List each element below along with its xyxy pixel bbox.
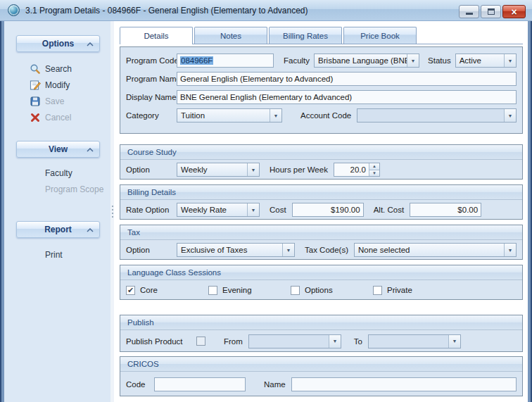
collapse-chevron-icon [87,42,94,46]
cricos-name-label: Name [264,380,286,389]
sidebar-item-modify[interactable]: Modify [30,77,110,93]
cost-input[interactable]: $190.00 [292,203,364,217]
minimize-icon [466,13,473,15]
options-checkbox-item[interactable]: Options [291,286,373,295]
tab-billing-rates[interactable]: Billing Rates [269,27,342,44]
chevron-down-icon[interactable]: ▼ [407,54,419,67]
main-panel: Details Notes Billing Rates Price Book P… [114,21,528,402]
status-select[interactable]: Active ▼ [455,54,517,68]
window-title: 3.1 Program Details - 084966F - General … [25,6,308,15]
billing-details-section: Billing Details Rate Option Weekly Rate … [120,184,523,220]
display-name-input[interactable]: BNE General English (Elementary to Advan… [177,90,517,104]
program-name-label: Program Name [126,75,177,83]
chevron-down-icon[interactable]: ▼ [448,335,460,348]
cricos-code-label: Code [126,380,154,389]
program-main-section: Program Code 084966F Faculty Brisbane La… [120,46,523,134]
publish-product-checkbox[interactable] [196,337,205,346]
sidebar-group-view-title: View [49,144,68,154]
sidebar-group-options[interactable]: Options [16,35,100,52]
publish-from-select[interactable]: ▼ [248,334,341,348]
cricos-name-input[interactable] [291,377,517,391]
private-checkbox-item[interactable]: Private [373,286,455,295]
sidebar-group-report[interactable]: Report [16,221,100,238]
close-button[interactable]: × [502,5,526,18]
modify-icon [30,80,41,91]
account-code-select[interactable]: ▼ [357,108,517,123]
cricos-code-input[interactable] [154,377,246,391]
private-checkbox[interactable] [373,286,382,295]
faculty-select[interactable]: Brisbane Language (BNE) ▼ [314,54,419,68]
evening-checkbox[interactable] [208,286,217,295]
program-name-input[interactable]: General English (Elementary to Advanced) [177,72,517,86]
tax-section: Tax Option Exclusive of Taxes ▼ Tax Code… [120,225,523,260]
collapse-chevron-icon [87,148,94,152]
sidebar-item-label: Save [45,96,64,106]
sidebar-item-label: Cancel [45,113,71,123]
course-option-select[interactable]: Weekly ▼ [177,163,260,177]
tab-strip: Details Notes Billing Rates Price Book [120,27,528,44]
save-icon [30,96,41,107]
core-checkbox-item[interactable]: Core [126,286,208,295]
alt-cost-label: Alt. Cost [374,206,404,214]
sidebar-group-view[interactable]: View [16,141,100,158]
language-class-sessions-section: Language Class Sessions Core Evening [120,265,523,300]
sidebar-item-label: Print [45,250,63,260]
sidebar-item-faculty[interactable]: Faculty [45,165,110,181]
sidebar-item-cancel[interactable]: Cancel [30,109,110,125]
tab-price-book[interactable]: Price Book [343,27,417,44]
status-label: Status [428,56,451,65]
tab-notes[interactable]: Notes [194,27,267,44]
category-select[interactable]: Tuition ▼ [177,108,282,123]
sidebar: Options Search Modify [4,21,110,402]
sidebar-item-label: Program Scope [45,184,103,194]
sidebar-item-print[interactable]: Print [45,246,110,263]
chevron-down-icon[interactable]: ▼ [282,244,294,256]
spin-down-icon[interactable]: ▼ [369,170,379,177]
program-code-input[interactable]: 084966F [177,54,274,68]
alt-cost-input[interactable]: $0.00 [410,203,481,217]
chevron-down-icon[interactable]: ▼ [504,54,516,67]
spin-up-icon[interactable]: ▲ [369,163,379,170]
sidebar-item-label: Faculty [45,168,72,178]
tax-option-select[interactable]: Exclusive of Taxes ▼ [177,243,295,257]
publish-section: Publish Publish Product From ▼ To ▼ [120,315,523,352]
chevron-down-icon[interactable]: ▼ [247,163,259,176]
sidebar-item-label: Modify [45,80,70,90]
program-code-value: 084966F [180,56,213,65]
sidebar-group-report-title: Report [44,225,72,234]
maximize-button[interactable] [481,5,501,18]
course-option-label: Option [126,165,177,174]
sidebar-group-options-title: Options [42,39,74,49]
sidebar-item-program-scope[interactable]: Program Scope [45,181,110,197]
close-icon: × [511,7,517,17]
sidebar-item-label: Search [45,64,72,74]
tax-codes-select[interactable]: None selected ▼ [354,243,517,257]
sessions-title: Language Class Sessions [127,268,221,277]
cricos-section: CRICOS Code Name [120,356,523,396]
sidebar-item-save[interactable]: Save [30,93,110,109]
sidebar-item-search[interactable]: Search [30,61,110,77]
core-checkbox[interactable] [126,286,135,295]
chevron-down-icon[interactable]: ▼ [247,203,259,216]
evening-checkbox-item[interactable]: Evening [208,286,291,295]
publish-to-label: To [354,337,362,346]
details-tab-page: Program Code 084966F Faculty Brisbane La… [120,44,523,396]
program-details-window: 3.1 Program Details - 084966F - General … [0,0,532,402]
account-code-label: Account Code [300,111,351,120]
hours-per-week-stepper[interactable]: 20.0 ▲▼ [334,163,380,177]
chevron-down-icon[interactable]: ▼ [270,109,281,122]
publish-to-select[interactable]: ▼ [368,334,461,348]
program-code-label: Program Code [126,56,177,65]
publish-product-label: Publish Product [126,337,196,346]
display-name-label: Display Name [126,93,177,101]
chevron-down-icon[interactable]: ▼ [504,244,516,256]
chevron-down-icon[interactable]: ▼ [504,109,516,122]
minimize-button[interactable] [459,5,479,18]
chevron-down-icon[interactable]: ▼ [329,335,341,348]
publish-from-label: From [224,337,243,346]
rate-option-label: Rate Option [126,206,177,214]
cricos-title: CRICOS [127,360,159,368]
options-checkbox[interactable] [291,286,300,295]
tab-details[interactable]: Details [120,27,193,44]
rate-option-select[interactable]: Weekly Rate ▼ [177,203,260,217]
